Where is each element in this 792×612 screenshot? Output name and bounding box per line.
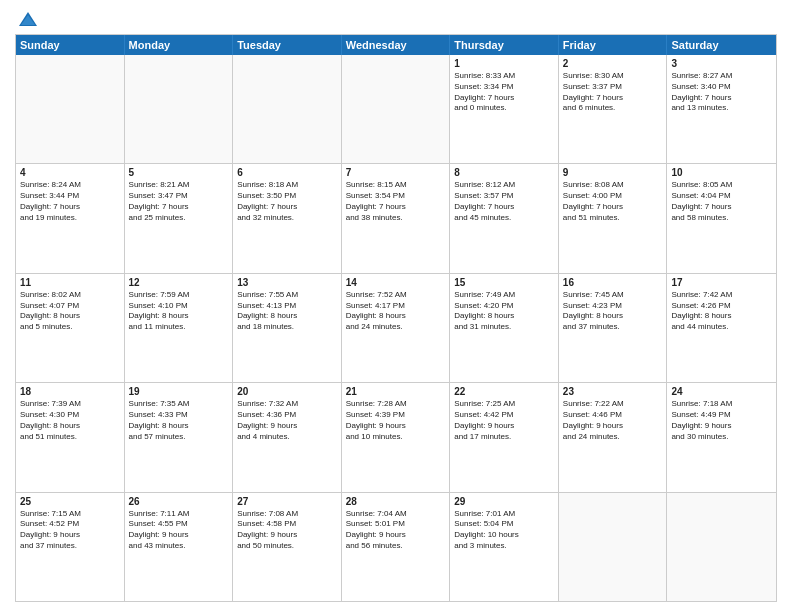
day-info: Sunrise: 8:27 AM Sunset: 3:40 PM Dayligh… <box>671 71 772 114</box>
day-info: Sunrise: 7:39 AM Sunset: 4:30 PM Dayligh… <box>20 399 120 442</box>
day-number: 25 <box>20 496 120 507</box>
calendar-cell-empty <box>125 55 234 163</box>
day-info: Sunrise: 8:18 AM Sunset: 3:50 PM Dayligh… <box>237 180 337 223</box>
calendar-header-day: Sunday <box>16 35 125 55</box>
day-info: Sunrise: 7:08 AM Sunset: 4:58 PM Dayligh… <box>237 509 337 552</box>
calendar-cell: 5Sunrise: 8:21 AM Sunset: 3:47 PM Daylig… <box>125 164 234 272</box>
day-info: Sunrise: 7:15 AM Sunset: 4:52 PM Dayligh… <box>20 509 120 552</box>
calendar-cell: 15Sunrise: 7:49 AM Sunset: 4:20 PM Dayli… <box>450 274 559 382</box>
day-number: 12 <box>129 277 229 288</box>
day-info: Sunrise: 7:35 AM Sunset: 4:33 PM Dayligh… <box>129 399 229 442</box>
day-info: Sunrise: 7:22 AM Sunset: 4:46 PM Dayligh… <box>563 399 663 442</box>
calendar-cell-empty <box>233 55 342 163</box>
day-info: Sunrise: 7:28 AM Sunset: 4:39 PM Dayligh… <box>346 399 446 442</box>
calendar-header-day: Friday <box>559 35 668 55</box>
calendar-cell: 26Sunrise: 7:11 AM Sunset: 4:55 PM Dayli… <box>125 493 234 601</box>
calendar-cell: 14Sunrise: 7:52 AM Sunset: 4:17 PM Dayli… <box>342 274 451 382</box>
day-number: 1 <box>454 58 554 69</box>
day-number: 27 <box>237 496 337 507</box>
calendar-header: SundayMondayTuesdayWednesdayThursdayFrid… <box>16 35 776 55</box>
day-info: Sunrise: 7:42 AM Sunset: 4:26 PM Dayligh… <box>671 290 772 333</box>
calendar-cell: 3Sunrise: 8:27 AM Sunset: 3:40 PM Daylig… <box>667 55 776 163</box>
day-number: 16 <box>563 277 663 288</box>
calendar-cell: 27Sunrise: 7:08 AM Sunset: 4:58 PM Dayli… <box>233 493 342 601</box>
calendar-cell: 24Sunrise: 7:18 AM Sunset: 4:49 PM Dayli… <box>667 383 776 491</box>
calendar-cell: 17Sunrise: 7:42 AM Sunset: 4:26 PM Dayli… <box>667 274 776 382</box>
calendar-body: 1Sunrise: 8:33 AM Sunset: 3:34 PM Daylig… <box>16 55 776 601</box>
calendar-header-day: Saturday <box>667 35 776 55</box>
day-info: Sunrise: 7:18 AM Sunset: 4:49 PM Dayligh… <box>671 399 772 442</box>
calendar-cell: 9Sunrise: 8:08 AM Sunset: 4:00 PM Daylig… <box>559 164 668 272</box>
day-info: Sunrise: 7:04 AM Sunset: 5:01 PM Dayligh… <box>346 509 446 552</box>
day-info: Sunrise: 7:59 AM Sunset: 4:10 PM Dayligh… <box>129 290 229 333</box>
day-number: 23 <box>563 386 663 397</box>
calendar-cell: 18Sunrise: 7:39 AM Sunset: 4:30 PM Dayli… <box>16 383 125 491</box>
calendar-cell: 2Sunrise: 8:30 AM Sunset: 3:37 PM Daylig… <box>559 55 668 163</box>
day-number: 17 <box>671 277 772 288</box>
day-info: Sunrise: 7:52 AM Sunset: 4:17 PM Dayligh… <box>346 290 446 333</box>
calendar-cell: 16Sunrise: 7:45 AM Sunset: 4:23 PM Dayli… <box>559 274 668 382</box>
day-info: Sunrise: 8:33 AM Sunset: 3:34 PM Dayligh… <box>454 71 554 114</box>
day-info: Sunrise: 7:01 AM Sunset: 5:04 PM Dayligh… <box>454 509 554 552</box>
calendar-row: 11Sunrise: 8:02 AM Sunset: 4:07 PM Dayli… <box>16 274 776 383</box>
day-info: Sunrise: 8:12 AM Sunset: 3:57 PM Dayligh… <box>454 180 554 223</box>
calendar-cell: 29Sunrise: 7:01 AM Sunset: 5:04 PM Dayli… <box>450 493 559 601</box>
calendar-cell: 4Sunrise: 8:24 AM Sunset: 3:44 PM Daylig… <box>16 164 125 272</box>
calendar-cell: 21Sunrise: 7:28 AM Sunset: 4:39 PM Dayli… <box>342 383 451 491</box>
calendar-cell: 13Sunrise: 7:55 AM Sunset: 4:13 PM Dayli… <box>233 274 342 382</box>
calendar-header-day: Wednesday <box>342 35 451 55</box>
calendar-cell: 7Sunrise: 8:15 AM Sunset: 3:54 PM Daylig… <box>342 164 451 272</box>
calendar-header-day: Thursday <box>450 35 559 55</box>
day-info: Sunrise: 8:05 AM Sunset: 4:04 PM Dayligh… <box>671 180 772 223</box>
calendar-cell: 8Sunrise: 8:12 AM Sunset: 3:57 PM Daylig… <box>450 164 559 272</box>
calendar-row: 18Sunrise: 7:39 AM Sunset: 4:30 PM Dayli… <box>16 383 776 492</box>
day-number: 15 <box>454 277 554 288</box>
header <box>15 10 777 28</box>
day-number: 6 <box>237 167 337 178</box>
calendar-cell: 22Sunrise: 7:25 AM Sunset: 4:42 PM Dayli… <box>450 383 559 491</box>
calendar-row: 4Sunrise: 8:24 AM Sunset: 3:44 PM Daylig… <box>16 164 776 273</box>
calendar-row: 25Sunrise: 7:15 AM Sunset: 4:52 PM Dayli… <box>16 493 776 601</box>
calendar-cell: 11Sunrise: 8:02 AM Sunset: 4:07 PM Dayli… <box>16 274 125 382</box>
logo <box>15 10 41 28</box>
day-info: Sunrise: 8:02 AM Sunset: 4:07 PM Dayligh… <box>20 290 120 333</box>
day-info: Sunrise: 8:24 AM Sunset: 3:44 PM Dayligh… <box>20 180 120 223</box>
calendar-cell: 25Sunrise: 7:15 AM Sunset: 4:52 PM Dayli… <box>16 493 125 601</box>
calendar-cell: 10Sunrise: 8:05 AM Sunset: 4:04 PM Dayli… <box>667 164 776 272</box>
day-number: 2 <box>563 58 663 69</box>
day-info: Sunrise: 8:21 AM Sunset: 3:47 PM Dayligh… <box>129 180 229 223</box>
calendar-cell: 12Sunrise: 7:59 AM Sunset: 4:10 PM Dayli… <box>125 274 234 382</box>
day-number: 10 <box>671 167 772 178</box>
day-number: 29 <box>454 496 554 507</box>
calendar-cell-empty <box>559 493 668 601</box>
day-number: 14 <box>346 277 446 288</box>
day-number: 26 <box>129 496 229 507</box>
calendar-cell: 23Sunrise: 7:22 AM Sunset: 4:46 PM Dayli… <box>559 383 668 491</box>
calendar-header-day: Monday <box>125 35 234 55</box>
day-number: 3 <box>671 58 772 69</box>
day-number: 8 <box>454 167 554 178</box>
day-number: 19 <box>129 386 229 397</box>
day-number: 20 <box>237 386 337 397</box>
day-number: 4 <box>20 167 120 178</box>
day-number: 5 <box>129 167 229 178</box>
day-info: Sunrise: 7:11 AM Sunset: 4:55 PM Dayligh… <box>129 509 229 552</box>
day-info: Sunrise: 7:25 AM Sunset: 4:42 PM Dayligh… <box>454 399 554 442</box>
calendar-cell-empty <box>16 55 125 163</box>
day-number: 13 <box>237 277 337 288</box>
calendar: SundayMondayTuesdayWednesdayThursdayFrid… <box>15 34 777 602</box>
day-number: 11 <box>20 277 120 288</box>
day-info: Sunrise: 7:32 AM Sunset: 4:36 PM Dayligh… <box>237 399 337 442</box>
day-info: Sunrise: 7:49 AM Sunset: 4:20 PM Dayligh… <box>454 290 554 333</box>
logo-icon <box>17 10 39 28</box>
calendar-cell-empty <box>342 55 451 163</box>
calendar-cell: 6Sunrise: 8:18 AM Sunset: 3:50 PM Daylig… <box>233 164 342 272</box>
day-info: Sunrise: 7:55 AM Sunset: 4:13 PM Dayligh… <box>237 290 337 333</box>
calendar-cell: 20Sunrise: 7:32 AM Sunset: 4:36 PM Dayli… <box>233 383 342 491</box>
day-number: 24 <box>671 386 772 397</box>
day-number: 28 <box>346 496 446 507</box>
day-info: Sunrise: 8:30 AM Sunset: 3:37 PM Dayligh… <box>563 71 663 114</box>
calendar-row: 1Sunrise: 8:33 AM Sunset: 3:34 PM Daylig… <box>16 55 776 164</box>
page: SundayMondayTuesdayWednesdayThursdayFrid… <box>0 0 792 612</box>
day-info: Sunrise: 8:15 AM Sunset: 3:54 PM Dayligh… <box>346 180 446 223</box>
